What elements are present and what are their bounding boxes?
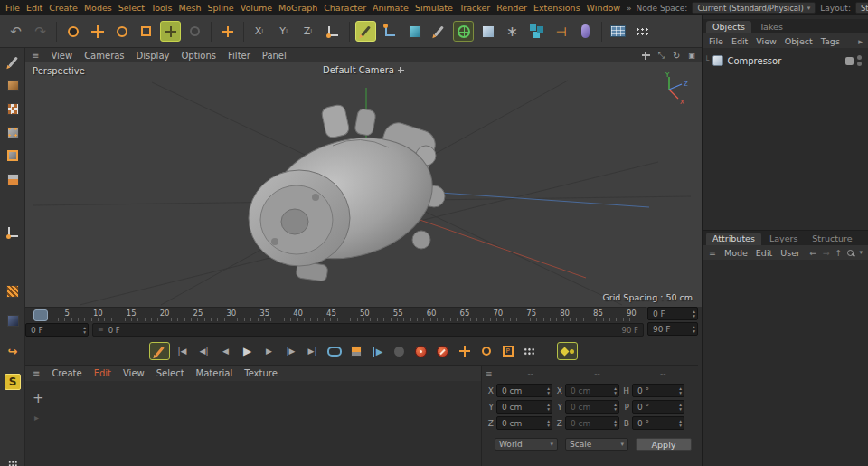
keyframe-dim-button[interactable] bbox=[390, 343, 409, 360]
key-position-toggle[interactable] bbox=[455, 343, 474, 360]
timeline-ruler[interactable]: 0 5 10 15 20 25 30 35 40 45 50 55 60 65 … bbox=[25, 307, 646, 322]
coordinates-menu-icon[interactable]: ≡ bbox=[486, 369, 496, 378]
preview-range-bar[interactable]: ≡ 0 F 90 F bbox=[92, 323, 644, 337]
size-y-field[interactable]: 0 cm▴▾ bbox=[565, 400, 619, 414]
menu-mesh[interactable]: Mesh bbox=[178, 3, 201, 13]
objects-overflow-icon[interactable]: ▸ bbox=[858, 36, 863, 46]
mat-menu-texture[interactable]: Texture bbox=[244, 368, 278, 378]
menu-file[interactable]: File bbox=[5, 3, 20, 13]
spinner-icon[interactable]: ▴▾ bbox=[679, 386, 682, 395]
menu-edit[interactable]: Edit bbox=[26, 3, 42, 13]
texture-mode-icon[interactable] bbox=[3, 99, 23, 119]
lock-x-axis[interactable]: XL bbox=[249, 19, 271, 43]
rot-h-field[interactable]: 0 °▴▾ bbox=[632, 384, 684, 397]
measure-tool[interactable] bbox=[379, 19, 401, 43]
size-x-field[interactable]: 0 cm▴▾ bbox=[565, 384, 619, 397]
view-rotate-icon[interactable]: ↻ bbox=[673, 51, 680, 61]
record-brush-button[interactable] bbox=[149, 342, 170, 360]
apply-button[interactable]: Apply bbox=[636, 438, 692, 451]
view-maximize-icon[interactable]: ▣ bbox=[688, 52, 695, 60]
viewport-menu-icon[interactable]: ≡ bbox=[32, 51, 39, 61]
tab-takes[interactable]: Takes bbox=[753, 21, 789, 33]
tweak-tool[interactable] bbox=[184, 19, 206, 43]
node-space-select[interactable]: Current (Standard/Physical) ▾ bbox=[692, 2, 816, 14]
mat-menu-select[interactable]: Select bbox=[156, 368, 184, 378]
last-tool-slot[interactable] bbox=[159, 19, 182, 43]
key-selection-slot[interactable] bbox=[557, 342, 578, 360]
rot-b-field[interactable]: 0 °▴▾ bbox=[632, 416, 684, 430]
keyframe-grid-button[interactable] bbox=[520, 343, 539, 360]
vp-menu-cameras[interactable]: Cameras bbox=[84, 51, 124, 61]
generator-tool[interactable]: ∗ bbox=[501, 19, 524, 43]
spinner-icon[interactable]: ▴▾ bbox=[679, 419, 682, 427]
view-pan-icon[interactable] bbox=[642, 52, 650, 60]
viewport[interactable]: Perspective Default Camera Grid Spacing … bbox=[25, 62, 702, 307]
attr-menu-mode[interactable]: Mode bbox=[724, 248, 748, 258]
pos-z-field[interactable]: 0 cm▴▾ bbox=[496, 416, 552, 430]
compressor-model[interactable] bbox=[249, 104, 447, 282]
attributes-menu-icon[interactable]: ≡ bbox=[709, 248, 716, 258]
vp-menu-display[interactable]: Display bbox=[137, 51, 170, 61]
viewport-filter-icon[interactable]: ↪ bbox=[3, 341, 23, 361]
menu-tracker[interactable]: Tracker bbox=[459, 3, 490, 13]
rotate-tool[interactable] bbox=[110, 19, 133, 43]
lock-y-axis[interactable]: YL bbox=[273, 19, 296, 43]
autokey-button[interactable] bbox=[433, 343, 452, 360]
menubar-overflow-icon[interactable]: » bbox=[627, 4, 632, 13]
history-back-icon[interactable]: ← bbox=[810, 248, 817, 258]
add-tool[interactable] bbox=[216, 19, 239, 43]
undo-button[interactable]: ↶ bbox=[5, 19, 27, 43]
model-mode-icon[interactable] bbox=[3, 75, 23, 95]
spline-pen-tool[interactable] bbox=[428, 19, 450, 43]
scale-select[interactable]: Scale ▾ bbox=[565, 438, 628, 451]
goto-start-button[interactable]: |◀ bbox=[173, 343, 192, 360]
goto-end-button[interactable]: ▶| bbox=[303, 343, 322, 360]
layer-toggle[interactable] bbox=[845, 57, 854, 65]
spinner-icon[interactable]: ▴▾ bbox=[693, 309, 695, 318]
menu-select[interactable]: Select bbox=[118, 3, 145, 13]
pos-y-field[interactable]: 0 cm▴▾ bbox=[496, 400, 552, 414]
tab-layers[interactable]: Layers bbox=[763, 233, 804, 245]
redo-button[interactable]: ↷ bbox=[29, 19, 52, 43]
field-tool[interactable] bbox=[574, 19, 597, 43]
menu-animate[interactable]: Animate bbox=[373, 3, 409, 13]
next-key-button[interactable]: |▶ bbox=[281, 343, 300, 360]
cube-primitive-tool[interactable] bbox=[403, 19, 426, 43]
spinner-icon[interactable]: ▴▾ bbox=[547, 386, 550, 395]
menu-tools[interactable]: Tools bbox=[151, 3, 172, 13]
edge-mode-icon[interactable] bbox=[3, 146, 23, 166]
sculpt-layout-icon[interactable]: S bbox=[3, 372, 23, 392]
chevron-down-icon[interactable]: ▾ bbox=[859, 249, 863, 256]
obj-menu-file[interactable]: File bbox=[709, 36, 723, 46]
menu-simulate[interactable]: Simulate bbox=[415, 3, 453, 13]
menu-render[interactable]: Render bbox=[496, 3, 527, 13]
spinner-icon[interactable]: ▴▾ bbox=[83, 326, 86, 334]
history-forward-icon[interactable]: → bbox=[823, 248, 830, 258]
vp-menu-options[interactable]: Options bbox=[181, 51, 216, 61]
object-item-compressor[interactable]: └ Compressor bbox=[704, 53, 867, 68]
sidebar-overflow-icon[interactable] bbox=[3, 453, 23, 466]
prev-frame-button[interactable]: ◀ bbox=[216, 343, 235, 360]
spinner-icon[interactable]: ▴▾ bbox=[693, 325, 695, 333]
attr-menu-edit[interactable]: Edit bbox=[756, 248, 772, 258]
mat-menu-material[interactable]: Material bbox=[196, 368, 233, 378]
view-zoom-icon[interactable]: ⤡ bbox=[658, 51, 665, 61]
polygon-mode-icon[interactable] bbox=[3, 169, 23, 189]
menu-extensions[interactable]: Extensions bbox=[533, 3, 580, 13]
subdivision-surface-tool[interactable] bbox=[476, 19, 499, 43]
enable-axis-icon[interactable] bbox=[3, 222, 23, 242]
play-button[interactable]: ▶ bbox=[238, 343, 257, 360]
layout-select[interactable]: Startup bbox=[855, 2, 868, 14]
record-snapshot-button[interactable] bbox=[346, 343, 365, 360]
deformer-tool[interactable]: ⊣ bbox=[550, 19, 572, 43]
spinner-icon[interactable]: ▴▾ bbox=[614, 419, 617, 427]
add-material-button[interactable]: + bbox=[33, 390, 44, 406]
pen-tool-slot[interactable] bbox=[354, 19, 377, 43]
spinner-icon[interactable]: ▴▾ bbox=[614, 403, 617, 411]
vp-menu-panel[interactable]: Panel bbox=[262, 51, 287, 61]
mat-menu-create[interactable]: Create bbox=[52, 368, 81, 378]
obj-menu-view[interactable]: View bbox=[756, 36, 777, 46]
sphere-primitive-tool[interactable] bbox=[452, 19, 475, 43]
tab-attributes[interactable]: Attributes bbox=[706, 233, 761, 245]
menu-create[interactable]: Create bbox=[49, 3, 78, 13]
